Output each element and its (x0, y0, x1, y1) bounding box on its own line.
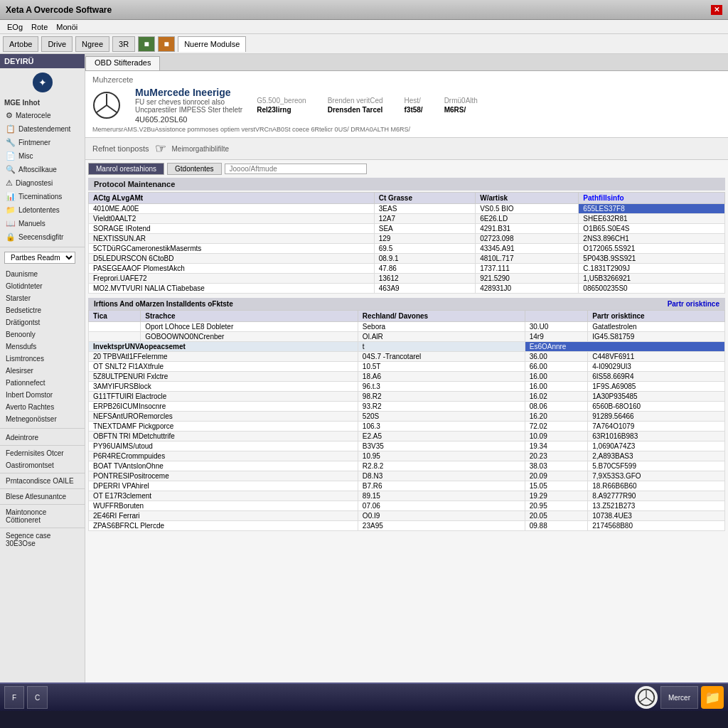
col-ctgrasse: Ct Grasse (374, 193, 475, 204)
sub-table-row[interactable]: ERPB26ICUMInsocnre 93.R2 08.06 6560B-68O… (89, 402, 725, 412)
table-row[interactable]: 5CTDüRGCameronestikMasermts 69.5 43345.A… (89, 244, 725, 254)
taskbar-f[interactable]: F (4, 686, 24, 709)
menu-eog[interactable]: EOg (3, 23, 27, 31)
table-section: Manrol orestahions Gtdontentes Protocol … (85, 160, 728, 682)
sub-table-row[interactable]: 5Z8ULTPENURl Fxlctre 18.A6 16.00 6IS58.6… (89, 372, 725, 382)
sidebar-sub-inbert-domstor[interactable]: Inbert Domstor (0, 389, 85, 401)
sidebar-item-fintmener[interactable]: 🔧 Fintmener (0, 136, 85, 149)
aftoscilkaue-icon: 🔍 (6, 165, 16, 174)
sidebar-extra-adeintrore[interactable]: Adeintrore (0, 432, 85, 444)
sidebar-sub-mensdufs[interactable]: Mensdufs (0, 341, 85, 353)
sub-table-row[interactable]: 2E46RI Ferrari O0.I9 20.05 10738.4UE3 (89, 511, 725, 521)
sub-table-row[interactable]: OT E17R3clement 89.15 19.29 8.A92777R90 (89, 491, 725, 501)
sub-table-row[interactable]: BOAT TVAntslonOhne R2.8.2 38.03 5.B70C5F… (89, 461, 725, 471)
sidebar-item-seecensdigfitr[interactable]: 🔒 Seecensdigfitr (0, 230, 85, 244)
sub-table-row[interactable]: Oport LOhoce LE8 Dobleter Sebora 30.U0 G… (89, 322, 725, 332)
toolbar-new-module[interactable]: Nuerre Modulse (178, 36, 246, 52)
sub-table-row[interactable]: NEFSAntURORemorcles 520S 16.20 91289.564… (89, 412, 725, 422)
sidebar-item-misc[interactable]: 📄 Misc (0, 149, 85, 163)
sidebar-filter-select[interactable]: Partbes Readm (4, 252, 75, 264)
toolbar-3r[interactable]: 3R (112, 36, 135, 52)
taskbar-logo[interactable] (635, 686, 658, 709)
taskbar-c[interactable]: C (27, 686, 48, 709)
sidebar-sub-metnegon[interactable]: Metnegonöstser (0, 413, 85, 425)
sub-col-strachce: Strachce (141, 311, 358, 322)
sub-table-row[interactable]: P6R4RECrommpuides 10.95 20.23 2,A893BAS3 (89, 451, 725, 461)
sub-table-row[interactable]: GOBOOWNO0NCrenber Ol.AlR 14r9 IG45.S8175… (89, 332, 725, 342)
sub-table-row[interactable]: OT SNLT2 Fl1AXtfrule 10.5T 66.00 4-I0902… (89, 362, 725, 372)
sidebar-item-datestendement[interactable]: 📋 Datestendement (0, 122, 85, 136)
sub-table-row[interactable]: WUFFRBoruten 07.06 20.95 13.Z521B273 (89, 501, 725, 511)
vd-col1-label: G5.500_bereon (257, 97, 306, 105)
sub-sub-header-row: InvektsprUNVAopeacsemet t Es6OAnnre (89, 342, 725, 352)
menu-monoi[interactable]: Monöi (52, 23, 82, 31)
toolbar-icon-2[interactable]: ■ (158, 36, 175, 52)
sidebar-logo-area: ✦ (0, 68, 85, 97)
sidebar-item-materocele[interactable]: ⚙ Materocele (0, 109, 85, 122)
vehicle-detail-col4: Drmü0Alth M6RS/ (444, 97, 478, 114)
related-sub-label: Meimorgathiblifilte (172, 145, 230, 153)
vehicle-subtitle1: FU ser cheves tionrocel also (135, 98, 242, 106)
table-row[interactable]: NEXTISSUN.AR 129 02723.098 2NS3.896CH1 (89, 234, 725, 244)
table-row[interactable]: Vieldt0AALT2 12A7 6E26.LD SHEE632R81 (89, 214, 725, 224)
sub-table-row[interactable]: 20 TPBVAtl1FFelernme 04S.7 -Trancotarel … (89, 352, 725, 362)
sidebar-item-aftoscilkaue[interactable]: 🔍 Aftoscilkaue (0, 163, 85, 176)
toolbar-icon-1[interactable]: ■ (138, 36, 155, 52)
seecensdigfitr-icon: 🔒 (6, 232, 16, 242)
ticeminations-icon: 📊 (6, 192, 16, 201)
sidebar-sub-bedsetictre[interactable]: Bedsetictre (0, 304, 85, 316)
sub-table-row[interactable]: ZPAS6BFRCL Plercde 23A95 09.88 2174568B8… (89, 521, 725, 531)
toolbar-ngree[interactable]: Ngree (75, 36, 109, 52)
sidebar-sub-averto-rachtes[interactable]: Averto Rachtes (0, 401, 85, 413)
sidebar-extra-blese[interactable]: Blese Atlesunantce (0, 491, 85, 503)
sidebar-extra-segence[interactable]: Segence case 30E3Ose (0, 530, 85, 550)
sub-section-header: Irftions And oMarzen Installdents oFktst… (88, 298, 725, 310)
table-row[interactable]: MO2.MVTVURI NALIA CTiabebase 463A9 42893… (89, 284, 725, 294)
table-row[interactable]: 4010ME.A00E 3EAS VS0.5 BIO 655LES37F8 (89, 204, 725, 214)
sidebar-sub-lismtronces[interactable]: Lismtronces (0, 353, 85, 365)
vehicle-detail-col3: Hest/ f3t58/ (405, 97, 423, 114)
table-row[interactable]: Freprori.UAFE72 13612 921.5290 1,U5B3266… (89, 274, 725, 284)
sub-table-row[interactable]: DPERRI VPAhirel B7.R6 15.05 18.R66B6B60 (89, 481, 725, 491)
sub-table-row[interactable]: G11TFTUIRl Elactrocle 98.R2 16.02 1A30P9… (89, 392, 725, 402)
sidebar-sub-glotidnteter[interactable]: Glotidnteter (0, 280, 85, 292)
toolbar-artobe[interactable]: Artobe (3, 36, 38, 52)
sidebar-sub-dratigontst[interactable]: Drätigontst (0, 316, 85, 328)
sidebar-extra-federnisites[interactable]: Federnisites Otcer (0, 447, 85, 459)
title-bar: Xeta A Overcode Software ✕ (0, 0, 728, 20)
sidebar-section-title: MGE Inhot (0, 97, 85, 109)
table-row[interactable]: PASEGEAAOF PlomestAkch 47.86 1737.111 C.… (89, 264, 725, 274)
sidebar-extra-prntacondisce[interactable]: Prntacondisce OAILE (0, 475, 85, 487)
sub-table-row[interactable]: PY96UAIMS/utoud B3V35 19.34 1,0690A74Z3 (89, 441, 725, 451)
close-button[interactable]: ✕ (711, 5, 722, 15)
tab-obd[interactable]: OBD Stifterades (85, 56, 160, 70)
panel-search-input[interactable] (225, 164, 367, 174)
sub-table-row[interactable]: 3AMYIFURSBlock 96.t.3 16.00 1F9S.A69085 (89, 382, 725, 392)
col-pathfills: Pathfillsinfo (579, 193, 725, 204)
sidebar-item-ticeminations[interactable]: 📊 Ticeminations (0, 190, 85, 203)
toolbar-drive[interactable]: Drive (41, 36, 73, 52)
sidebar-sub-daunisme[interactable]: Daunisme (0, 268, 85, 280)
sidebar-sub-benoonly[interactable]: Benoonly (0, 328, 85, 341)
taskbar-app1[interactable]: Mercer (660, 686, 698, 709)
table-row[interactable]: SORAGE IRotend SEA 4291.B31 O1B65.S0E4S (89, 224, 725, 234)
sidebar-extra-maintononce[interactable]: Maintononce Cöttioneret (0, 506, 85, 526)
sub-table-row[interactable]: OBFTN TRI MDetchuttrife E2.A5 10.09 63R1… (89, 432, 725, 441)
sidebar-item-diagnostesi[interactable]: ⚠ Diagnostesi (0, 176, 85, 190)
sidebar-sub-alesirser[interactable]: Alesirser (0, 365, 85, 377)
panel-btn-gtdontentes[interactable]: Gtdontentes (167, 163, 221, 175)
sub-table-row[interactable]: TNEXTDAMF Pickgporce 106.3 72.02 7A764O1… (89, 422, 725, 432)
vehicle-info-section: Muhzercete MuMercede Ineerige FU ser che… (85, 71, 728, 138)
taskbar-folder-icon[interactable]: 📁 (701, 686, 724, 709)
sidebar-sub-starster[interactable]: Starster (0, 292, 85, 304)
sidebar-item-manuels[interactable]: 📖 Manuels (0, 217, 85, 230)
sidebar-item-ldetontentes[interactable]: 📁 Ldetontentes (0, 203, 85, 217)
menu-rote[interactable]: Rote (27, 23, 52, 31)
table-row[interactable]: D5LEDURSCON 6CtoBD 08.9.1 4810L.717 5P04… (89, 254, 725, 264)
sidebar-sub-pationnefect[interactable]: Pationnefect (0, 377, 85, 389)
vin-number: 4U605.20SL60 (135, 115, 242, 124)
vehicle-detail-col2: Brenden veritCed Drensden Tarcel (328, 97, 383, 114)
sidebar-extra-oastiromontset[interactable]: Oastiromontset (0, 459, 85, 471)
sub-table-row[interactable]: PONTRESIPositroceme D8.N3 20.09 7,9X53S3… (89, 471, 725, 481)
panel-btn-manrol[interactable]: Manrol orestahions (88, 163, 164, 175)
